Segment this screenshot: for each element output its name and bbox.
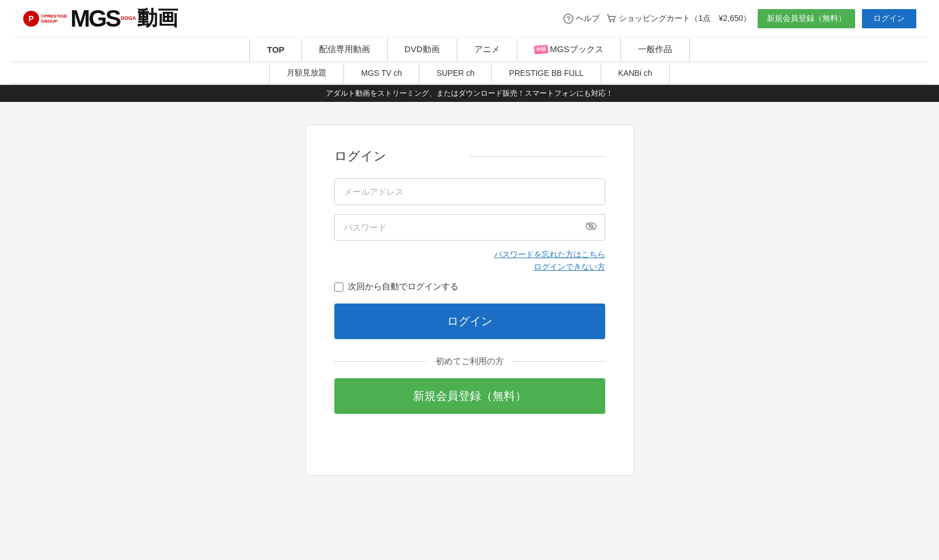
nav-streaming[interactable]: 配信専用動画 [302, 37, 387, 62]
sale-badge: 半額 [534, 45, 548, 54]
nav-kanbi[interactable]: KANBi ch [601, 63, 669, 83]
header-top-bar: P ©PRESTIGE GROUP MGS DOGA 動画 ? ヘルプ [11, 0, 928, 37]
prestige-label: ©PRESTIGE [41, 14, 67, 19]
prestige-circle-icon: P [23, 10, 40, 27]
header-actions: ? ヘルプ ショッピングカート（1点 ¥2,650） 新規会員登録（無料） ログ… [563, 9, 916, 28]
email-field[interactable] [334, 178, 605, 205]
new-user-text: 初めてご利用の方 [427, 356, 513, 367]
svg-point-4 [610, 20, 611, 22]
secondary-nav: 月額見放題 MGS TV ch SUPER ch PRESTIGE BB FUL… [11, 62, 928, 84]
nav-prestige-bb[interactable]: PRESTIGE BB FULL [492, 63, 600, 83]
auto-login-checkbox[interactable] [334, 283, 343, 292]
cart-link[interactable]: ショッピングカート（1点 ¥2,650） [606, 14, 751, 24]
group-label: GROUP [41, 19, 67, 24]
login-button[interactable]: ログイン [334, 303, 605, 339]
nav-general[interactable]: 一般作品 [621, 37, 689, 62]
password-group [334, 214, 605, 241]
password-wrapper [334, 214, 605, 241]
forgot-password-link[interactable]: パスワードを忘れた方はこちら [334, 250, 605, 260]
svg-text:P: P [28, 14, 33, 23]
site-logo: P ©PRESTIGE GROUP MGS DOGA 動画 [23, 5, 178, 32]
help-link[interactable]: ? ヘルプ [563, 14, 600, 24]
nav-anime[interactable]: アニメ [457, 37, 517, 62]
mgs-logo-text: MGS [70, 7, 120, 31]
main-content: ログイン パスワードを忘れた方はこちら [0, 102, 939, 498]
password-field[interactable] [334, 214, 605, 241]
cart-icon [606, 14, 617, 24]
announcement-bar: アダルト動画をストリーミング、またはダウンロード販売！スマートフォンにも対応！ [0, 85, 939, 102]
cant-login-link[interactable]: ログインできない方 [334, 262, 605, 272]
eye-slash-icon [585, 221, 597, 230]
svg-text:?: ? [567, 15, 571, 22]
divider-line-left [334, 361, 427, 362]
primary-nav: TOP 配信専用動画 DVD動画 アニメ 半額 MGSブックス 一般作品 [11, 37, 928, 62]
nav-super-ch[interactable]: SUPER ch [419, 63, 491, 83]
login-title: ログイン [334, 148, 470, 165]
new-user-divider-row: 初めてご利用の方 [334, 356, 605, 367]
auto-login-label[interactable]: 次回から自動でログインする [348, 281, 458, 292]
doga-kanji: 動画 [137, 5, 178, 32]
divider-line-right [513, 361, 605, 362]
auto-login-row: 次回から自動でログインする [334, 281, 605, 292]
nav-sep2 [669, 63, 670, 83]
login-box: ログイン パスワードを忘れた方はこちら [305, 125, 634, 476]
nav-dvd[interactable]: DVD動画 [388, 37, 457, 62]
register-button[interactable]: 新規会員登録（無料） [334, 378, 605, 414]
forgot-links: パスワードを忘れた方はこちら ログインできない方 [334, 250, 605, 272]
header-register-button[interactable]: 新規会員登録（無料） [758, 9, 855, 28]
doga-label: DOGA [121, 16, 136, 21]
login-title-row: ログイン [334, 148, 605, 165]
nav-mgs-tv[interactable]: MGS TV ch [344, 63, 419, 83]
title-divider [470, 156, 605, 157]
help-icon: ? [563, 14, 573, 24]
site-header: P ©PRESTIGE GROUP MGS DOGA 動画 ? ヘルプ [0, 0, 939, 85]
nav-sep [689, 39, 690, 61]
password-toggle-button[interactable] [585, 221, 597, 233]
header-login-button[interactable]: ログイン [862, 9, 916, 28]
svg-point-5 [613, 20, 615, 22]
nav-monthly[interactable]: 月額見放題 [270, 62, 343, 84]
nav-top[interactable]: TOP [250, 38, 301, 61]
email-group [334, 178, 605, 205]
nav-mgs-books[interactable]: 半額 MGSブックス [517, 37, 621, 62]
